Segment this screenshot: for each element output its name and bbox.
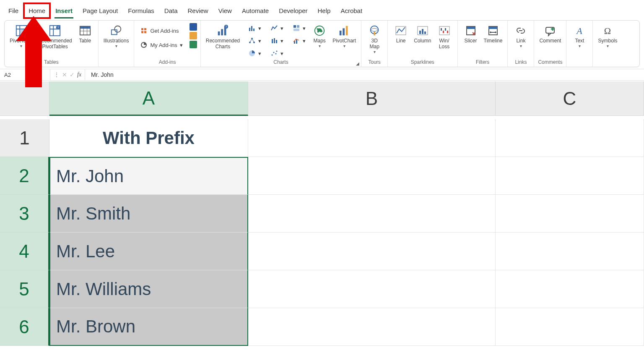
row-header-4[interactable]: 4 bbox=[0, 233, 49, 270]
row-header-3[interactable]: 3 bbox=[0, 195, 49, 233]
menu-page-layout[interactable]: Page Layout bbox=[78, 3, 123, 18]
statistic-chart-dropdown[interactable]: ▾ bbox=[268, 36, 286, 46]
cell-C3[interactable] bbox=[496, 195, 644, 233]
cell-B2[interactable] bbox=[248, 157, 496, 195]
cell-B1[interactable] bbox=[248, 119, 496, 157]
cell-A4[interactable]: Mr. Lee bbox=[49, 233, 248, 270]
statistic-chart-icon bbox=[270, 37, 278, 44]
my-addins-button[interactable]: My Add-ins ▾ bbox=[138, 40, 185, 50]
group-label-illustrations-empty bbox=[102, 58, 131, 66]
timeline-icon bbox=[486, 24, 500, 37]
menu-view[interactable]: View bbox=[213, 3, 237, 18]
menu-file[interactable]: File bbox=[3, 3, 23, 18]
svg-text:?: ? bbox=[57, 26, 59, 29]
spreadsheet-grid[interactable]: A B C 1 With Prefix 2 Mr. John 3 Mr. Smi… bbox=[0, 81, 644, 353]
ribbon-group-sparklines: Line Column Win/ Loss Sparklines bbox=[388, 21, 457, 67]
chevron-down-icon: ▾ bbox=[374, 50, 376, 54]
pivottable-button[interactable]: PivotTable ▾ bbox=[8, 23, 34, 49]
svg-point-46 bbox=[276, 51, 278, 52]
hierarchy-chart-dropdown[interactable]: ▾ bbox=[246, 36, 264, 46]
combo-chart-dropdown[interactable]: ▾ bbox=[290, 36, 308, 46]
svg-rect-30 bbox=[297, 25, 299, 28]
scatter-chart-dropdown[interactable]: ▾ bbox=[268, 48, 286, 58]
name-box[interactable]: A2 bbox=[0, 69, 50, 80]
get-addins-icon bbox=[140, 27, 148, 34]
pie-chart-dropdown[interactable]: ▾ bbox=[246, 48, 264, 58]
menu-acrobat[interactable]: Acrobat bbox=[335, 3, 367, 18]
ribbon-group-tables: PivotTable ▾ ? Recommended PivotTables T… bbox=[5, 21, 99, 67]
cell-B4[interactable] bbox=[248, 233, 496, 270]
column-header-C[interactable]: C bbox=[496, 81, 644, 116]
treemap-chart-icon bbox=[293, 24, 300, 32]
sparkline-column-icon bbox=[416, 24, 429, 37]
table-button[interactable]: Table bbox=[75, 23, 95, 45]
menu-formulas[interactable]: Formulas bbox=[123, 3, 159, 18]
cell-C1[interactable] bbox=[496, 119, 644, 157]
cell-B3[interactable] bbox=[248, 195, 496, 233]
get-addins-button[interactable]: Get Add-ins bbox=[138, 26, 185, 36]
recommended-pivottables-button[interactable]: ? Recommended PivotTables bbox=[36, 23, 73, 51]
line-chart-dropdown[interactable]: ▾ bbox=[268, 23, 286, 33]
formula-input[interactable] bbox=[85, 71, 644, 78]
cell-C5[interactable] bbox=[496, 270, 644, 308]
people-addin-icon[interactable] bbox=[190, 41, 197, 48]
menu-help[interactable]: Help bbox=[313, 3, 336, 18]
chevron-down-icon: ▾ bbox=[115, 44, 117, 48]
bing-addin-icon[interactable] bbox=[190, 32, 197, 39]
fx-icon[interactable]: fx bbox=[77, 71, 81, 78]
row-header-5[interactable]: 5 bbox=[0, 270, 49, 308]
menu-review[interactable]: Review bbox=[183, 3, 213, 18]
timeline-button[interactable]: Timeline bbox=[482, 23, 504, 45]
illustrations-button[interactable]: Illustrations ▾ bbox=[102, 23, 131, 49]
symbols-label: Symbols bbox=[598, 38, 617, 44]
row-header-2[interactable]: 2 bbox=[0, 157, 49, 195]
menu-insert[interactable]: Insert bbox=[50, 3, 78, 18]
cell-A1[interactable]: With Prefix bbox=[49, 119, 248, 157]
recommended-pivottables-label: Recommended PivotTables bbox=[38, 38, 72, 50]
cell-B5[interactable] bbox=[248, 270, 496, 308]
column-chart-dropdown[interactable]: ▾ bbox=[246, 23, 264, 33]
recommended-charts-button[interactable]: ? Recommended Charts bbox=[204, 23, 242, 51]
cell-B6[interactable] bbox=[248, 308, 496, 346]
cell-A2[interactable]: Mr. John bbox=[49, 157, 248, 195]
text-button[interactable]: A Text ▾ bbox=[570, 23, 589, 49]
visio-addin-icon[interactable] bbox=[190, 23, 197, 31]
comment-button[interactable]: Comment bbox=[538, 23, 563, 45]
slicer-button[interactable]: Slicer bbox=[461, 23, 480, 45]
cancel-formula-icon[interactable]: ✕ bbox=[62, 71, 67, 78]
maps-icon bbox=[313, 24, 326, 37]
svg-rect-52 bbox=[374, 31, 375, 35]
3d-map-button[interactable]: 3D Map ▾ bbox=[365, 23, 384, 55]
svg-rect-49 bbox=[343, 28, 345, 35]
cell-A3[interactable]: Mr. Smith bbox=[49, 195, 248, 233]
svg-rect-56 bbox=[422, 29, 423, 34]
row-header-1[interactable]: 1 bbox=[0, 119, 49, 157]
link-button[interactable]: Link ▾ bbox=[511, 23, 530, 49]
sparkline-column-button[interactable]: Column bbox=[412, 23, 433, 45]
slicer-label: Slicer bbox=[465, 38, 477, 44]
cell-A6[interactable]: Mr. Brown bbox=[49, 308, 248, 346]
menu-developer[interactable]: Developer bbox=[274, 3, 312, 18]
menu-home[interactable]: Home bbox=[23, 3, 50, 18]
menu-automate[interactable]: Automate bbox=[237, 3, 274, 18]
cell-C6[interactable] bbox=[496, 308, 644, 346]
cell-A5[interactable]: Mr. Williams bbox=[49, 270, 248, 308]
sparkline-line-button[interactable]: Line bbox=[391, 23, 410, 45]
column-header-A[interactable]: A bbox=[49, 81, 248, 116]
pivotchart-button[interactable]: PivotChart ▾ bbox=[331, 23, 358, 49]
menu-data[interactable]: Data bbox=[159, 3, 183, 18]
sparkline-winloss-button[interactable]: Win/ Loss bbox=[435, 23, 454, 51]
select-all-corner[interactable] bbox=[0, 81, 49, 116]
ribbon-group-illustrations: Illustrations ▾ bbox=[99, 21, 135, 67]
accept-formula-icon[interactable]: ✓ bbox=[70, 71, 75, 78]
row-header-6[interactable]: 6 bbox=[0, 308, 49, 346]
cell-C2[interactable] bbox=[496, 157, 644, 195]
cell-C4[interactable] bbox=[496, 233, 644, 270]
column-header-B[interactable]: B bbox=[248, 81, 496, 116]
treemap-chart-dropdown[interactable]: ▾ bbox=[290, 23, 308, 33]
name-box-dropdown-icon[interactable]: ⋮ bbox=[54, 71, 60, 78]
symbols-button[interactable]: Ω Symbols ▾ bbox=[596, 23, 619, 49]
charts-dialog-launcher[interactable]: ◢ bbox=[356, 61, 359, 66]
pie-chart-icon bbox=[248, 50, 256, 57]
maps-button[interactable]: Maps ▾ bbox=[310, 23, 329, 49]
